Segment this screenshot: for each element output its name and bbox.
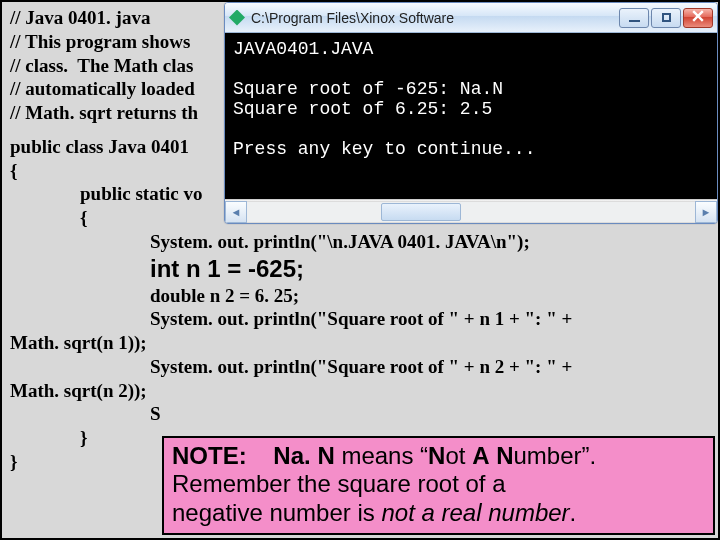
window-buttons [619,8,713,28]
note-line2: Remember the square root of a [172,470,506,497]
maximize-button[interactable] [651,8,681,28]
app-icon [229,10,245,26]
close-button[interactable] [683,8,713,28]
scroll-thumb[interactable] [381,203,461,221]
note-callout: NOTE: Na. N means “Not A Number”. Rememb… [162,436,715,535]
stmt-truncated: S [150,402,710,426]
note-label: NOTE: [172,442,247,469]
close-icon [692,10,704,25]
console-window: C:\Program Files\Xinox Software JAVA0401… [224,2,718,224]
window-title: C:\Program Files\Xinox Software [251,10,613,26]
note-italic: not a real number [381,499,569,526]
stmt-println-n2: System. out. println("Square root of " +… [150,355,710,379]
minimize-icon [629,20,640,22]
stmt-int-decl: int n 1 = -625; [150,254,710,284]
scroll-track[interactable] [247,201,695,223]
stmt-double-decl: double n 2 = 6. 25; [150,284,710,308]
stmt-println-n1: System. out. println("Square root of " +… [150,307,710,331]
scroll-right-button[interactable]: ► [695,201,717,223]
horizontal-scrollbar[interactable]: ◄ ► [225,199,717,223]
note-nan: Na. N [273,442,334,469]
titlebar[interactable]: C:\Program Files\Xinox Software [225,3,717,33]
minimize-button[interactable] [619,8,649,28]
note-line3a: negative number is [172,499,381,526]
note-means: means [341,442,420,469]
stmt-sqrt-n1: Math. sqrt(n 1)); [10,331,710,355]
stmt-println-header: System. out. println("\n.JAVA 0401. JAVA… [150,230,710,254]
stmt-sqrt-n2: Math. sqrt(n 2)); [10,379,710,403]
console-output: JAVA0401.JAVA Square root of -625: Na.N … [225,33,717,199]
scroll-left-button[interactable]: ◄ [225,201,247,223]
maximize-icon [662,13,671,22]
